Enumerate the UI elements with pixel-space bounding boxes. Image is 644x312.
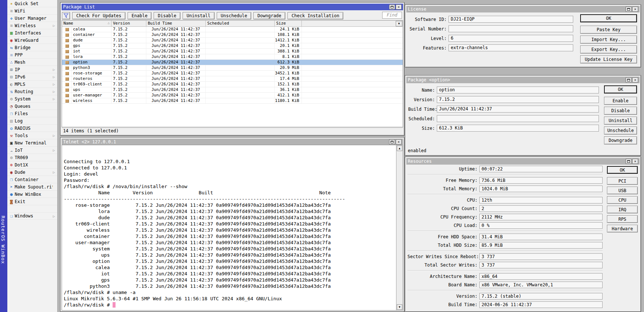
uninstall-button[interactable]: Uninstall [183,12,215,19]
disable-button[interactable]: Disable [154,12,180,19]
version-field[interactable]: 7.15.2 [437,96,599,103]
unschedule-button[interactable]: Unschedule [604,126,637,135]
sidebar-item-windows[interactable]: ❏ Windows ▷ [7,212,57,220]
uptime-field[interactable]: 00:07:22 [479,166,603,172]
column-header-version[interactable]: Version [111,21,146,26]
cpu-frequency-field[interactable]: 2112 MHz [479,214,603,220]
cpu-count-field[interactable]: 2 [479,205,603,212]
total-memory-field[interactable]: 1024.0 MiB [479,186,603,192]
column-header-scheduled[interactable]: Scheduled [206,21,275,26]
close-button[interactable]: ✕ [396,139,402,144]
close-button[interactable]: ✕ [632,77,638,82]
unschedule-button[interactable]: Unschedule [217,12,251,19]
terminal-output[interactable]: Connecting to 127.0.0.1 Connected to 127… [64,145,395,310]
column-header-size[interactable]: Size [275,21,302,26]
sidebar-item-dot1x[interactable]: ⊗ Dot1X [7,161,57,169]
package-row[interactable]: user-manager 7.15.2 Jun/26/2024 11:42:37… [62,93,403,98]
sidebar-item-user-manager[interactable]: ❖ User Manager [7,15,57,22]
sidebar-item-interfaces[interactable]: ▦ Interfaces [7,29,57,37]
column-header-name[interactable]: Name △ [62,21,111,26]
free-hdd-space-field[interactable]: 31.4 MiB [479,234,603,240]
sidebar-item-mpls[interactable]: ◐ MPLS ▷ [7,81,57,88]
serial-number-field[interactable] [449,25,573,32]
package-row[interactable]: tr069-client 7.15.2 Jun/26/2024 11:42:37… [62,82,403,87]
telnet-titlebar[interactable]: Telnet <2> 127.0.0.1 ✕ [62,139,403,145]
close-button[interactable]: ✕ [632,159,638,164]
terminal-area[interactable]: Connecting to 127.0.0.1 Connected to 127… [62,145,403,311]
level-field[interactable]: 6 [449,35,573,42]
disable-button[interactable]: Disable [604,107,637,115]
free-memory-field[interactable]: 736.6 MiB [479,177,603,184]
sidebar-item-wifi[interactable]: ≋ WiFi [7,7,57,15]
sidebar-item-wireguard[interactable]: ◉ WireGuard [7,37,57,44]
package-row[interactable]: option 7.15.2 Jun/26/2024 11:42:37 612.3… [62,60,403,65]
pci-button[interactable]: PCI [607,177,638,185]
export-key-button[interactable]: Export Key... [580,45,637,54]
package-row[interactable]: rose-storage 7.15.2 Jun/26/2024 11:42:37… [62,71,403,76]
downgrade-button[interactable]: Downgrade [604,136,637,144]
sidebar-item-system[interactable]: ⚙ System ▷ [7,95,57,103]
cpu-load-field[interactable]: 0 % [479,222,603,229]
size-field[interactable]: 612.3 KiB [437,125,599,132]
package-option-titlebar[interactable]: Package <option> ✕ [406,77,640,83]
cpu-button[interactable]: CPU [607,196,638,204]
terminal-scrollbar[interactable]: ▲ ▼ [396,145,403,310]
software-id-field[interactable]: DJ21-EIQP [449,16,573,23]
sidebar-item-bridge[interactable]: ⇆ Bridge [7,44,57,51]
sidebar-item-exit[interactable]: ◙ Exit [7,198,57,205]
package-row[interactable]: lora 7.15.2 Jun/26/2024 11:42:37 8.1 KiB [62,54,403,60]
board-name-field[interactable]: x86 VMware, Inc. VMware20,1 [479,282,603,288]
version-field[interactable]: 7.15.2 (stable) [479,293,603,300]
downgrade-button[interactable]: Downgrade [253,12,285,19]
scheduled-field[interactable] [437,115,599,122]
package-list-titlebar[interactable]: Package List ✕ [62,4,403,10]
ok-button[interactable]: OK [607,166,638,174]
scroll-down-button[interactable]: ▼ [397,304,402,310]
sector-writes-since-reboot-field[interactable]: 3 737 [479,253,603,260]
uninstall-button[interactable]: Uninstall [604,117,637,125]
sidebar-item-new-winbox[interactable]: ● New WinBox [7,191,57,198]
ok-button[interactable]: OK [604,85,637,93]
sidebar-item-iot[interactable]: ☁ IoT ▷ [7,147,57,154]
sidebar-item-make-supout[interactable]: ➤ Make Supout.rif [7,183,57,191]
sidebar-item-radius[interactable]: ✪ RADIUS [7,125,57,132]
import-key-button[interactable]: Import Key... [580,36,637,44]
total-sector-writes-field[interactable]: 3 737 [479,262,603,268]
column-header-build-time[interactable]: Build Time [146,21,206,26]
total-hdd-size-field[interactable]: 85.9 MiB [479,242,603,249]
name-field[interactable]: option [437,87,599,93]
rps-button[interactable]: RPS [607,215,638,223]
package-row[interactable]: ups 7.15.2 Jun/26/2024 11:42:37 36.1 KiB [62,87,403,93]
ok-button[interactable]: OK [580,14,637,22]
maximize-button[interactable] [626,159,632,164]
package-row[interactable]: calea 7.15.2 Jun/26/2024 11:42:37 24.1 K… [62,27,403,32]
architecture-name-field[interactable]: x86_64 [479,273,603,280]
filter-button[interactable] [62,12,70,19]
sidebar-item-new-terminal[interactable]: ▣ New Terminal [7,139,57,147]
maximize-button[interactable] [626,7,632,12]
package-row[interactable]: python3 7.15.2 Jun/26/2024 11:42:37 20.9… [62,65,403,71]
package-row[interactable]: wireless 7.15.2 Jun/26/2024 11:42:37 118… [62,98,403,104]
scroll-up-button[interactable]: ▲ [397,146,402,151]
sidebar-item-quick-set[interactable]: ✶ Quick Set [7,0,57,7]
build-time-field[interactable]: Jun/26/2024 11:42:37 [437,106,599,113]
check-for-updates-button[interactable]: Check For Updates [72,12,125,19]
maximize-button[interactable] [389,139,395,144]
update-license-key-button[interactable]: Update License Key [580,55,637,63]
sidebar-item-ppp[interactable]: ≡ PPP [7,51,57,59]
enable-button[interactable]: Enable [128,12,151,19]
sidebar-item-routing[interactable]: ⇅ Routing ▷ [7,88,57,95]
enable-button[interactable]: Enable [604,97,637,105]
sidebar-item-container[interactable]: ❒ Container [7,176,57,183]
find-box[interactable]: Find [382,12,402,19]
license-titlebar[interactable]: License ✕ [406,6,640,12]
close-button[interactable]: ✕ [396,4,402,10]
resources-titlebar[interactable]: Resources ✕ [406,158,640,165]
sidebar-item-queues[interactable]: ◔ Queues [7,103,57,110]
maximize-button[interactable] [626,77,632,82]
package-row[interactable]: dude 7.15.2 Jun/26/2024 11:42:37 1412.1 … [62,38,403,43]
sidebar-item-mesh[interactable]: ∴ Mesh [7,59,57,66]
sidebar-item-wireless[interactable]: ≋ Wireless ▷ [7,22,57,29]
usb-button[interactable]: USB [607,187,638,194]
check-installation-button[interactable]: Check Installation [288,12,343,19]
